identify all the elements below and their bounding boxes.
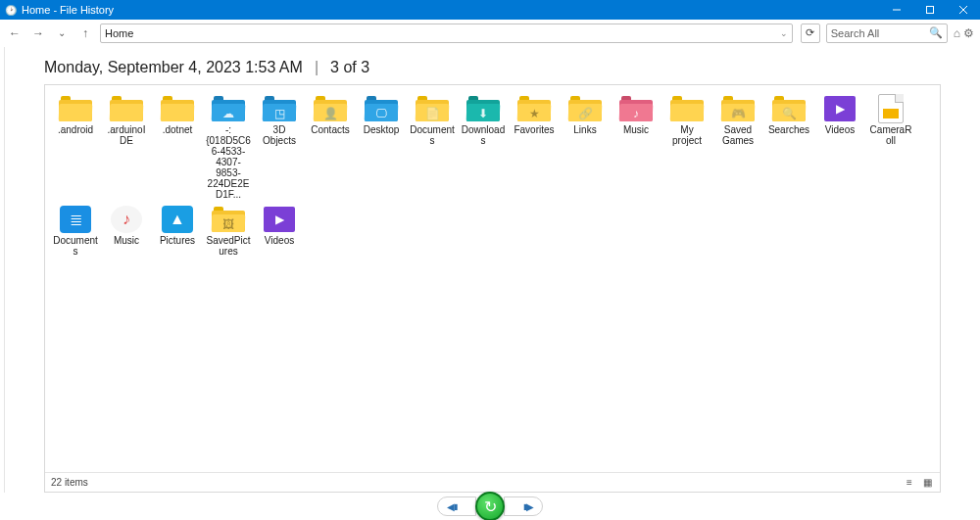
folder-yellow-icon: ★ <box>516 95 552 122</box>
item-label: .dotnet <box>163 124 193 135</box>
grid-item[interactable]: My project <box>662 93 711 202</box>
grid-item[interactable]: ◳3D Objects <box>255 93 304 202</box>
grid-item[interactable]: ▶Videos <box>255 204 304 259</box>
item-label: Documents <box>410 124 455 146</box>
item-label: Desktop <box>364 124 400 135</box>
lib-music-icon: ♪ <box>109 206 144 233</box>
minimize-button[interactable] <box>880 0 913 20</box>
refresh-button[interactable]: ⟳ <box>801 24 820 43</box>
grid-item[interactable]: 🖵Desktop <box>357 93 406 202</box>
address-text: Home <box>105 27 780 39</box>
history-nav-controls: ◀▮ ↻ ▮▶ <box>0 493 980 520</box>
video-tile-icon: ▶ <box>262 206 297 233</box>
next-version-button[interactable]: ▮▶ <box>504 496 543 516</box>
view-icons-icon[interactable]: ▦ <box>920 477 934 489</box>
grid-item[interactable]: 🖼SavedPictures <box>204 204 253 259</box>
folder-yellow-icon: 📄 <box>415 95 450 122</box>
grid-item[interactable]: ≣Documents <box>51 204 100 259</box>
item-label: CameraRoll <box>868 124 913 146</box>
grid-item[interactable]: .dotnet <box>153 93 202 202</box>
item-label: Favorites <box>514 124 554 135</box>
folder-yellow-icon: 🔗 <box>567 95 603 122</box>
folder-pink-icon: ♪ <box>618 95 654 122</box>
grid-item[interactable]: 📄Documents <box>408 93 457 202</box>
grid-item[interactable]: ♪Music <box>612 93 661 202</box>
item-label: Videos <box>825 124 855 135</box>
folder-yellow-icon <box>669 95 705 122</box>
folder-yellow-icon <box>58 95 93 122</box>
address-bar[interactable]: Home ⌄ <box>100 24 793 43</box>
grid-item[interactable]: CameraRoll <box>866 93 915 202</box>
grid-item[interactable]: ⬇Downloads <box>459 93 508 202</box>
title-bar: 🕑 Home - File History <box>0 0 980 20</box>
gear-icon[interactable]: ⚙ <box>963 26 974 40</box>
close-button[interactable] <box>947 0 980 20</box>
svg-rect-1 <box>927 7 934 14</box>
item-label: Links <box>573 124 596 135</box>
item-count: 22 items <box>51 477 88 488</box>
restore-button[interactable]: ↻ <box>475 492 505 520</box>
snapshot-datetime: Monday, September 4, 2023 1:53 AM <box>44 59 303 76</box>
file-camera-icon <box>873 95 908 122</box>
prev-version-button[interactable]: ◀▮ <box>437 496 476 516</box>
folder-blue-icon: ☁ <box>211 95 246 122</box>
nav-back-button[interactable]: ← <box>6 24 24 42</box>
address-dropdown-icon[interactable]: ⌄ <box>780 28 788 38</box>
header-separator: | <box>315 59 318 76</box>
folder-yellow-icon: 🔍 <box>771 95 807 122</box>
app-icon: 🕑 <box>4 3 18 17</box>
grid-item[interactable]: 🔗Links <box>561 93 610 202</box>
nav-history-dropdown[interactable]: ⌄ <box>53 24 71 42</box>
item-label: .arduinoIDE <box>104 124 149 146</box>
video-tile-icon: ▶ <box>822 95 858 122</box>
lib-docs-icon: ≣ <box>58 206 93 233</box>
snapshot-header: Monday, September 4, 2023 1:53 AM | 3 of… <box>44 59 941 76</box>
folder-teal-icon: ⬇ <box>466 95 501 122</box>
file-grid[interactable]: .android.arduinoIDE.dotnet☁-:{018D5C66-4… <box>45 85 940 472</box>
folder-yellow-icon <box>109 95 144 122</box>
grid-item[interactable]: ▶Videos <box>815 93 864 202</box>
grid-item[interactable]: ♪Music <box>102 204 151 259</box>
folder-yellow-icon <box>160 95 195 122</box>
view-list-icon[interactable]: ≡ <box>903 477 916 489</box>
item-label: Saved Games <box>715 124 760 146</box>
nav-forward-button[interactable]: → <box>29 24 47 42</box>
lib-pics-icon: ▲ <box>160 206 195 233</box>
grid-item[interactable]: .arduinoIDE <box>102 93 151 202</box>
item-label: Music <box>623 124 649 135</box>
item-label: SavedPictures <box>206 235 251 257</box>
item-label: Pictures <box>160 235 195 246</box>
item-label: Contacts <box>311 124 349 135</box>
search-placeholder: Search All <box>831 27 929 39</box>
snapshot-position: 3 of 3 <box>330 59 369 76</box>
item-label: Searches <box>768 124 809 135</box>
status-bar: 22 items ≡ ▦ <box>45 472 940 492</box>
item-label: Downloads <box>461 124 506 146</box>
folder-yellow-icon: 👤 <box>313 95 348 122</box>
item-label: Music <box>114 235 139 246</box>
item-label: Documents <box>53 235 98 257</box>
grid-item[interactable]: ▲Pictures <box>153 204 202 259</box>
folder-yellow-icon: 🎮 <box>720 95 756 122</box>
grid-item[interactable]: 🎮Saved Games <box>713 93 762 202</box>
grid-item[interactable]: .android <box>51 93 100 202</box>
grid-item[interactable]: ★Favorites <box>510 93 559 202</box>
item-label: 3D Objects <box>257 124 302 146</box>
item-label: Videos <box>265 235 294 246</box>
grid-item[interactable]: ☁-:{018D5C66-4533-4307-9853-224DE2ED1F..… <box>204 93 253 202</box>
search-icon: 🔍 <box>929 26 943 39</box>
item-label: My project <box>664 124 710 146</box>
content-area: Monday, September 4, 2023 1:53 AM | 3 of… <box>0 47 980 493</box>
item-label: -:{018D5C66-4533-4307-9853-224DE2ED1F... <box>206 124 251 200</box>
item-label: .android <box>58 124 93 135</box>
window-title: Home - File History <box>22 4 114 16</box>
search-input[interactable]: Search All 🔍 <box>826 24 948 43</box>
folder-blue-icon: 🖵 <box>364 95 399 122</box>
grid-item[interactable]: 🔍Searches <box>764 93 813 202</box>
toolbar: ← → ⌄ ↑ Home ⌄ ⟳ Search All 🔍 ⌂ ⚙ <box>0 20 980 47</box>
home-icon[interactable]: ⌂ <box>954 26 960 40</box>
maximize-button[interactable] <box>913 0 947 20</box>
grid-item[interactable]: 👤Contacts <box>306 93 355 202</box>
folder-blue-icon: ◳ <box>262 95 297 122</box>
nav-up-button[interactable]: ↑ <box>76 24 94 42</box>
